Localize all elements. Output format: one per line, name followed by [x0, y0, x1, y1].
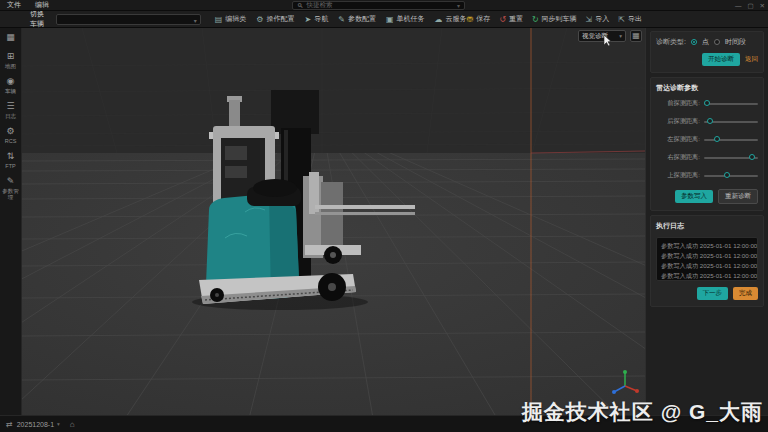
mouse-cursor	[603, 35, 613, 47]
log-icon: ☰	[6, 101, 14, 112]
sidebar-item-ftp[interactable]: ⇅FTP	[0, 151, 22, 169]
rediagnose-button[interactable]: 重新诊断	[718, 189, 758, 204]
slider-handle[interactable]	[707, 118, 713, 124]
menu-file[interactable]: 文件	[0, 0, 28, 10]
import-button[interactable]: ⇲导入	[586, 14, 610, 24]
sidebar-item-workspace[interactable]: ▦	[0, 32, 22, 44]
toolbar-edit-class-button[interactable]: ▤编辑类	[215, 14, 247, 24]
reset-icon: ↺	[499, 15, 506, 24]
forklift-model[interactable]	[185, 88, 420, 313]
3d-viewport[interactable]: 视觉诊断 ▾ ▦	[22, 28, 645, 415]
sidebar-item-vehicle[interactable]: ◉车辆	[0, 76, 22, 94]
slider-handle[interactable]	[749, 154, 755, 160]
slider-handle[interactable]	[714, 136, 720, 142]
save-button[interactable]: ⛃保存	[466, 14, 490, 24]
vehicle-select[interactable]: ▾	[56, 14, 201, 25]
grid-icon: ▦	[6, 32, 15, 43]
map-icon: ⊞	[7, 51, 15, 62]
chevron-down-icon: ▾	[457, 2, 460, 9]
edit-icon: ✎	[338, 15, 345, 24]
notification-icon[interactable]: ⌂	[70, 420, 75, 429]
slider-right: 右探测距离:	[656, 153, 758, 162]
sync-icon: ↻	[532, 15, 539, 24]
log-entry: 参数写入成功 2025-01-01 12:00:00	[661, 261, 753, 271]
axis-gizmo	[610, 368, 640, 398]
task-icon: ▣	[386, 15, 394, 24]
search-icon: 🔍︎	[297, 2, 304, 9]
slider-up: 上探测距离:	[656, 171, 758, 180]
radio-point[interactable]	[691, 39, 697, 45]
radio-time-range[interactable]	[714, 39, 720, 45]
toolbar-parameter-config-button[interactable]: ✎参数配置	[338, 14, 376, 24]
toolbar: 切换车辆 ▾ ▤编辑类 ⚙操作配置 ➤导航 ✎参数配置 ▣单机任务 ☁云服务 ⛃…	[0, 11, 768, 28]
window-maximize-button[interactable]: ▢	[747, 2, 753, 10]
start-diagnosis-button[interactable]: 开始诊断	[702, 53, 740, 66]
sidebar-item-parameter-management[interactable]: ✎参数管理	[0, 176, 22, 200]
save-icon: ⛃	[466, 15, 473, 24]
left-sidebar: ▦ ⊞地图 ◉车辆 ☰日志 ⚙RCS ⇅FTP ✎参数管理	[0, 28, 22, 415]
slider-handle[interactable]	[724, 172, 730, 178]
sidebar-item-map[interactable]: ⊞地图	[0, 51, 22, 69]
viewport-mode-select[interactable]: 视觉诊断 ▾	[578, 30, 626, 42]
toolbar-navigation-button[interactable]: ➤导航	[305, 14, 329, 24]
watermark-text: 掘金技术社区 @ G_大雨	[522, 398, 763, 426]
cloud-icon: ☁	[434, 15, 442, 24]
switch-vehicle-label: 切换车辆	[30, 9, 50, 29]
diagnosis-type-label: 诊断类型:	[656, 37, 686, 47]
export-icon: ⇱	[618, 15, 625, 24]
vehicle-icon: ◉	[7, 76, 15, 87]
app-window: 文件 编辑 🔍︎ 快捷检索 ▾ — ▢ ✕ 切换车辆 ▾ ▤编辑类 ⚙操作配置 …	[0, 0, 768, 432]
swap-icon: ⇄	[6, 420, 13, 429]
sidebar-item-rcs[interactable]: ⚙RCS	[0, 126, 22, 144]
slider-rear: 后探测距离:	[656, 117, 758, 126]
next-step-button[interactable]: 下一步	[697, 287, 729, 300]
toolbar-single-task-button[interactable]: ▣单机任务	[386, 14, 425, 24]
quick-search-input[interactable]: 🔍︎ 快捷检索 ▾	[292, 1, 465, 10]
viewport-grid-button[interactable]: ▦	[630, 30, 642, 42]
finish-button[interactable]: 完成	[733, 287, 758, 300]
log-entry: 参数写入成功 2025-01-01 12:00:00	[661, 271, 753, 281]
radar-params-card: 雷达诊断参数 前探测距离: 后探测距离: 左探测距离: 右探测距离: 上探测距离…	[650, 77, 764, 211]
document-icon: ✎	[7, 176, 15, 187]
current-map-selector[interactable]: 20251208-1	[17, 421, 54, 428]
back-link[interactable]: 返回	[745, 55, 758, 64]
log-entry: 参数写入成功 2025-01-01 12:00:00	[661, 241, 753, 251]
radar-params-title: 雷达诊断参数	[656, 83, 758, 93]
chevron-down-icon: ▾	[194, 17, 197, 24]
reset-button[interactable]: ↺重置	[499, 14, 523, 24]
slider-handle[interactable]	[704, 100, 710, 106]
list-icon: ▤	[215, 15, 223, 24]
gear-icon: ⚙	[256, 15, 263, 24]
execution-log-card: 执行日志 参数写入成功 2025-01-01 12:00:00 参数写入成功 2…	[650, 215, 764, 307]
ftp-icon: ⇅	[7, 151, 15, 162]
sidebar-item-logs[interactable]: ☰日志	[0, 101, 22, 119]
execution-log-title: 执行日志	[656, 221, 758, 231]
log-list: 参数写入成功 2025-01-01 12:00:00 参数写入成功 2025-0…	[656, 237, 758, 281]
slider-left: 左探测距离:	[656, 135, 758, 144]
search-placeholder: 快捷检索	[307, 1, 333, 10]
toolbar-operation-config-button[interactable]: ⚙操作配置	[256, 14, 294, 24]
log-entry: 参数写入成功 2025-01-01 12:00:00	[661, 251, 753, 261]
rcs-icon: ⚙	[6, 126, 14, 137]
chevron-down-icon: ▾	[619, 33, 622, 39]
diagnosis-type-card: 诊断类型: 点 时间段 开始诊断 返回	[650, 31, 764, 73]
sync-to-vehicle-button[interactable]: ↻同步到车辆	[532, 14, 577, 24]
write-params-button[interactable]: 参数写入	[675, 190, 713, 203]
visual-diagnosis-panel: ◎ 视觉诊断 ⊡✕ 诊断类型: 点 时间段 开始诊断 返回 雷达诊断参数 前探测…	[645, 11, 768, 415]
menu-bar: 文件 编辑 🔍︎ 快捷检索 ▾ — ▢ ✕	[0, 0, 768, 11]
export-button[interactable]: ⇱导出	[618, 14, 642, 24]
window-minimize-button[interactable]: —	[735, 2, 742, 9]
window-close-button[interactable]: ✕	[760, 2, 765, 10]
import-icon: ⇲	[586, 15, 593, 24]
toolbar-cloud-service-button[interactable]: ☁云服务	[434, 14, 466, 24]
slider-front: 前探测距离:	[656, 99, 758, 108]
chevron-down-icon: ▾	[57, 421, 60, 427]
menu-edit[interactable]: 编辑	[28, 0, 56, 10]
navigation-icon: ➤	[305, 15, 312, 24]
